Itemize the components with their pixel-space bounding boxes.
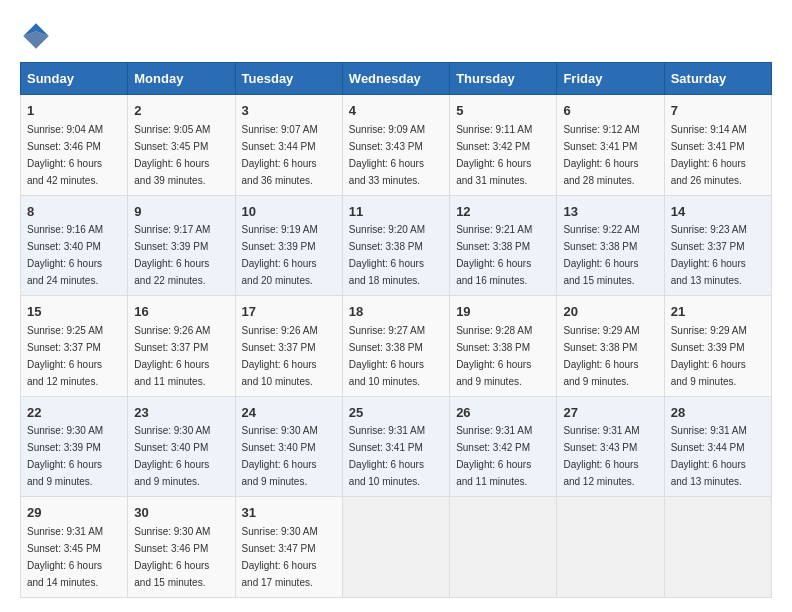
day-number: 6 [563, 101, 657, 121]
day-info: Sunrise: 9:16 AM Sunset: 3:40 PM Dayligh… [27, 224, 103, 286]
day-info: Sunrise: 9:30 AM Sunset: 3:47 PM Dayligh… [242, 526, 318, 588]
calendar-cell: 31 Sunrise: 9:30 AM Sunset: 3:47 PM Dayl… [235, 497, 342, 598]
calendar-cell: 20 Sunrise: 9:29 AM Sunset: 3:38 PM Dayl… [557, 296, 664, 397]
day-info: Sunrise: 9:26 AM Sunset: 3:37 PM Dayligh… [134, 325, 210, 387]
day-number: 27 [563, 403, 657, 423]
day-info: Sunrise: 9:31 AM Sunset: 3:41 PM Dayligh… [349, 425, 425, 487]
day-info: Sunrise: 9:07 AM Sunset: 3:44 PM Dayligh… [242, 124, 318, 186]
header-monday: Monday [128, 63, 235, 95]
day-number: 21 [671, 302, 765, 322]
day-info: Sunrise: 9:29 AM Sunset: 3:38 PM Dayligh… [563, 325, 639, 387]
day-number: 28 [671, 403, 765, 423]
day-info: Sunrise: 9:11 AM Sunset: 3:42 PM Dayligh… [456, 124, 532, 186]
calendar-cell: 14 Sunrise: 9:23 AM Sunset: 3:37 PM Dayl… [664, 195, 771, 296]
day-info: Sunrise: 9:31 AM Sunset: 3:44 PM Dayligh… [671, 425, 747, 487]
page-header [20, 20, 772, 52]
week-row-1: 1 Sunrise: 9:04 AM Sunset: 3:46 PM Dayli… [21, 95, 772, 196]
day-number: 19 [456, 302, 550, 322]
day-number: 25 [349, 403, 443, 423]
day-number: 22 [27, 403, 121, 423]
day-number: 29 [27, 503, 121, 523]
calendar-cell: 8 Sunrise: 9:16 AM Sunset: 3:40 PM Dayli… [21, 195, 128, 296]
day-info: Sunrise: 9:31 AM Sunset: 3:43 PM Dayligh… [563, 425, 639, 487]
calendar-cell: 15 Sunrise: 9:25 AM Sunset: 3:37 PM Dayl… [21, 296, 128, 397]
day-number: 1 [27, 101, 121, 121]
day-info: Sunrise: 9:27 AM Sunset: 3:38 PM Dayligh… [349, 325, 425, 387]
header-thursday: Thursday [450, 63, 557, 95]
logo [20, 20, 56, 52]
day-number: 7 [671, 101, 765, 121]
calendar-cell: 9 Sunrise: 9:17 AM Sunset: 3:39 PM Dayli… [128, 195, 235, 296]
calendar-cell: 21 Sunrise: 9:29 AM Sunset: 3:39 PM Dayl… [664, 296, 771, 397]
day-info: Sunrise: 9:20 AM Sunset: 3:38 PM Dayligh… [349, 224, 425, 286]
calendar-cell: 17 Sunrise: 9:26 AM Sunset: 3:37 PM Dayl… [235, 296, 342, 397]
calendar-cell [450, 497, 557, 598]
calendar-cell: 16 Sunrise: 9:26 AM Sunset: 3:37 PM Dayl… [128, 296, 235, 397]
day-info: Sunrise: 9:09 AM Sunset: 3:43 PM Dayligh… [349, 124, 425, 186]
calendar-cell: 7 Sunrise: 9:14 AM Sunset: 3:41 PM Dayli… [664, 95, 771, 196]
day-info: Sunrise: 9:31 AM Sunset: 3:42 PM Dayligh… [456, 425, 532, 487]
calendar-cell: 25 Sunrise: 9:31 AM Sunset: 3:41 PM Dayl… [342, 396, 449, 497]
day-number: 16 [134, 302, 228, 322]
day-info: Sunrise: 9:29 AM Sunset: 3:39 PM Dayligh… [671, 325, 747, 387]
week-row-2: 8 Sunrise: 9:16 AM Sunset: 3:40 PM Dayli… [21, 195, 772, 296]
calendar-cell: 23 Sunrise: 9:30 AM Sunset: 3:40 PM Dayl… [128, 396, 235, 497]
day-info: Sunrise: 9:17 AM Sunset: 3:39 PM Dayligh… [134, 224, 210, 286]
calendar-cell: 29 Sunrise: 9:31 AM Sunset: 3:45 PM Dayl… [21, 497, 128, 598]
day-info: Sunrise: 9:05 AM Sunset: 3:45 PM Dayligh… [134, 124, 210, 186]
calendar-cell: 11 Sunrise: 9:20 AM Sunset: 3:38 PM Dayl… [342, 195, 449, 296]
calendar-cell: 22 Sunrise: 9:30 AM Sunset: 3:39 PM Dayl… [21, 396, 128, 497]
calendar-cell: 4 Sunrise: 9:09 AM Sunset: 3:43 PM Dayli… [342, 95, 449, 196]
day-info: Sunrise: 9:04 AM Sunset: 3:46 PM Dayligh… [27, 124, 103, 186]
calendar-cell [557, 497, 664, 598]
day-info: Sunrise: 9:14 AM Sunset: 3:41 PM Dayligh… [671, 124, 747, 186]
day-number: 15 [27, 302, 121, 322]
day-number: 17 [242, 302, 336, 322]
day-number: 30 [134, 503, 228, 523]
day-number: 31 [242, 503, 336, 523]
header-saturday: Saturday [664, 63, 771, 95]
day-info: Sunrise: 9:23 AM Sunset: 3:37 PM Dayligh… [671, 224, 747, 286]
week-row-3: 15 Sunrise: 9:25 AM Sunset: 3:37 PM Dayl… [21, 296, 772, 397]
calendar-cell: 24 Sunrise: 9:30 AM Sunset: 3:40 PM Dayl… [235, 396, 342, 497]
header-friday: Friday [557, 63, 664, 95]
day-number: 8 [27, 202, 121, 222]
calendar-cell: 28 Sunrise: 9:31 AM Sunset: 3:44 PM Dayl… [664, 396, 771, 497]
calendar-cell: 26 Sunrise: 9:31 AM Sunset: 3:42 PM Dayl… [450, 396, 557, 497]
day-info: Sunrise: 9:21 AM Sunset: 3:38 PM Dayligh… [456, 224, 532, 286]
day-number: 12 [456, 202, 550, 222]
day-number: 18 [349, 302, 443, 322]
logo-icon [20, 20, 52, 52]
day-number: 23 [134, 403, 228, 423]
header-row: SundayMondayTuesdayWednesdayThursdayFrid… [21, 63, 772, 95]
calendar-cell: 18 Sunrise: 9:27 AM Sunset: 3:38 PM Dayl… [342, 296, 449, 397]
day-number: 13 [563, 202, 657, 222]
calendar-cell: 6 Sunrise: 9:12 AM Sunset: 3:41 PM Dayli… [557, 95, 664, 196]
calendar-cell: 10 Sunrise: 9:19 AM Sunset: 3:39 PM Dayl… [235, 195, 342, 296]
day-number: 2 [134, 101, 228, 121]
day-number: 5 [456, 101, 550, 121]
day-info: Sunrise: 9:31 AM Sunset: 3:45 PM Dayligh… [27, 526, 103, 588]
calendar-cell: 12 Sunrise: 9:21 AM Sunset: 3:38 PM Dayl… [450, 195, 557, 296]
day-number: 26 [456, 403, 550, 423]
day-number: 14 [671, 202, 765, 222]
header-tuesday: Tuesday [235, 63, 342, 95]
day-number: 3 [242, 101, 336, 121]
day-info: Sunrise: 9:26 AM Sunset: 3:37 PM Dayligh… [242, 325, 318, 387]
calendar-cell: 30 Sunrise: 9:30 AM Sunset: 3:46 PM Dayl… [128, 497, 235, 598]
week-row-4: 22 Sunrise: 9:30 AM Sunset: 3:39 PM Dayl… [21, 396, 772, 497]
day-info: Sunrise: 9:22 AM Sunset: 3:38 PM Dayligh… [563, 224, 639, 286]
header-wednesday: Wednesday [342, 63, 449, 95]
calendar-cell: 1 Sunrise: 9:04 AM Sunset: 3:46 PM Dayli… [21, 95, 128, 196]
calendar-cell: 27 Sunrise: 9:31 AM Sunset: 3:43 PM Dayl… [557, 396, 664, 497]
header-sunday: Sunday [21, 63, 128, 95]
calendar-cell [664, 497, 771, 598]
day-number: 4 [349, 101, 443, 121]
day-info: Sunrise: 9:28 AM Sunset: 3:38 PM Dayligh… [456, 325, 532, 387]
day-number: 11 [349, 202, 443, 222]
calendar-cell: 3 Sunrise: 9:07 AM Sunset: 3:44 PM Dayli… [235, 95, 342, 196]
calendar-cell: 2 Sunrise: 9:05 AM Sunset: 3:45 PM Dayli… [128, 95, 235, 196]
calendar-cell: 5 Sunrise: 9:11 AM Sunset: 3:42 PM Dayli… [450, 95, 557, 196]
calendar-cell: 13 Sunrise: 9:22 AM Sunset: 3:38 PM Dayl… [557, 195, 664, 296]
calendar-cell [342, 497, 449, 598]
